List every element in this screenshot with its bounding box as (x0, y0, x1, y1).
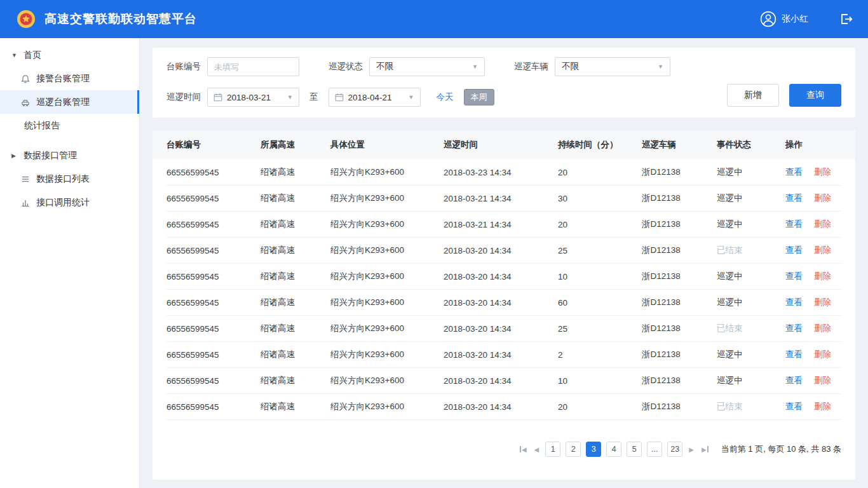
cell-account: 66556599545 (166, 376, 261, 386)
view-link[interactable]: 查看 (785, 245, 803, 256)
cell-location: 绍兴方向K293+600 (330, 349, 444, 360)
cell-time: 2018-03-20 14:34 (444, 272, 558, 281)
cell-account: 66556599545 (166, 402, 261, 412)
patrol-status-select[interactable]: 不限 ▼ (369, 57, 485, 76)
cell-duration: 30 (558, 194, 642, 203)
first-page-button[interactable]: ◀ (519, 446, 528, 453)
patrol-time-label: 巡逻时间 (166, 92, 201, 103)
delete-link[interactable]: 删除 (814, 401, 831, 412)
page-button-23[interactable]: 23 (667, 442, 682, 457)
cell-time: 2018-03-21 14:34 (444, 220, 558, 229)
cell-account: 66556599545 (166, 298, 261, 308)
chevron-down-icon: ▼ (287, 94, 293, 100)
sidebar-item-label: 统计报告 (24, 120, 60, 132)
view-link[interactable]: 查看 (785, 271, 803, 282)
cell-duration: 25 (558, 324, 642, 334)
quick-filter-today[interactable]: 今天 (437, 92, 454, 103)
page-button-4[interactable]: 4 (606, 442, 621, 457)
quick-filter-this-week[interactable]: 本周 (464, 89, 494, 105)
view-link[interactable]: 查看 (785, 323, 803, 334)
search-button[interactable]: 查询 (789, 84, 841, 107)
cell-vehicle: 浙D12138 (642, 297, 717, 308)
cell-location: 绍兴方向K293+600 (330, 375, 444, 386)
cell-vehicle: 浙D12138 (642, 323, 717, 334)
delete-link[interactable]: 删除 (814, 193, 831, 204)
view-link[interactable]: 查看 (785, 401, 803, 412)
page-button-2[interactable]: 2 (566, 442, 581, 457)
column-header-time: 巡逻时间 (444, 139, 558, 151)
delete-link[interactable]: 删除 (814, 297, 831, 308)
cell-time: 2018-03-20 14:34 (444, 246, 558, 255)
pagination-bar: ◀ ◀ 12345...23 ▶ ▶ 当前第 1 页, 每页 10 条, 共 8… (166, 442, 841, 457)
date-from-picker[interactable]: 2018-03-21 ▼ (207, 88, 299, 107)
cell-status: 巡逻中 (717, 297, 785, 308)
view-link[interactable]: 查看 (785, 297, 803, 308)
view-link[interactable]: 查看 (785, 193, 803, 204)
page-button-5[interactable]: 5 (627, 442, 642, 457)
account-no-input[interactable] (207, 57, 299, 76)
table-row: 66556599545 绍诸高速 绍兴方向K293+600 2018-03-20… (166, 238, 841, 264)
table-row: 66556599545 绍诸高速 绍兴方向K293+600 2018-03-20… (166, 290, 841, 316)
pagination-pages: 12345...23 (545, 442, 682, 457)
delete-link[interactable]: 删除 (814, 375, 831, 386)
view-link[interactable]: 查看 (785, 166, 803, 178)
view-link[interactable]: 查看 (785, 375, 803, 386)
last-page-button[interactable]: ▶ (700, 446, 710, 453)
sidebar-item-api-call-stats[interactable]: 接口调用统计 (0, 191, 139, 214)
cell-highway: 绍诸高速 (261, 166, 330, 178)
cell-highway: 绍诸高速 (261, 271, 330, 282)
cell-status: 巡逻中 (717, 375, 785, 386)
column-header-highway: 所属高速 (261, 139, 330, 151)
delete-link[interactable]: 删除 (814, 349, 831, 360)
user-menu[interactable]: 张小红 (760, 11, 808, 27)
cell-time: 2018-03-23 14:34 (444, 168, 558, 177)
page-button-3[interactable]: 3 (586, 442, 601, 457)
sidebar-nav: ▼ 首页 接警台账管理 巡逻台账管理 统计报告 ▶ 数据接口管理 (0, 38, 140, 488)
patrol-status-value: 不限 (376, 61, 393, 72)
prev-page-button[interactable]: ◀ (533, 446, 541, 453)
sidebar-item-label: 首页 (24, 50, 41, 61)
cell-time: 2018-03-20 14:34 (444, 376, 558, 386)
page-button-1[interactable]: 1 (545, 442, 560, 457)
cell-status: 巡逻中 (717, 219, 785, 230)
sidebar-item-data-interface-mgmt[interactable]: ▶ 数据接口管理 (0, 144, 139, 167)
sidebar-item-patrol-ledger[interactable]: 巡逻台账管理 (0, 90, 139, 114)
app-title: 高速交警联勤联动智慧平台 (44, 11, 197, 27)
chevron-down-icon: ▼ (409, 94, 414, 100)
view-link[interactable]: 查看 (785, 219, 803, 230)
cell-vehicle: 浙D12138 (642, 166, 717, 178)
cell-vehicle: 浙D12138 (642, 193, 717, 204)
chevron-down-icon: ▼ (11, 52, 18, 58)
cell-duration: 25 (558, 246, 642, 255)
cell-vehicle: 浙D12138 (642, 375, 717, 386)
cell-highway: 绍诸高速 (261, 245, 330, 256)
cell-time: 2018-03-21 14:34 (444, 194, 558, 203)
sidebar-item-data-interface-list[interactable]: 数据接口列表 (0, 167, 139, 191)
sidebar-item-home[interactable]: ▼ 首页 (0, 43, 139, 67)
delete-link[interactable]: 删除 (814, 219, 831, 230)
next-page-button[interactable]: ▶ (688, 446, 695, 453)
delete-link[interactable]: 删除 (814, 166, 831, 178)
cell-status: 已结束 (717, 245, 785, 256)
sidebar-item-alarm-ledger[interactable]: 接警台账管理 (0, 67, 139, 90)
cell-location: 绍兴方向K293+600 (330, 401, 444, 412)
add-button[interactable]: 新增 (727, 84, 779, 107)
view-link[interactable]: 查看 (785, 349, 803, 360)
cell-duration: 60 (558, 298, 642, 308)
logout-icon (839, 12, 853, 26)
patrol-ledger-table: 台账编号 所属高速 具体位置 巡逻时间 持续时间（分） 巡逻车辆 事件状态 操作… (153, 130, 855, 480)
cell-time: 2018-03-20 14:34 (444, 298, 558, 308)
cell-location: 绍兴方向K293+600 (330, 245, 444, 256)
cell-vehicle: 浙D12138 (642, 245, 717, 256)
cell-location: 绍兴方向K293+600 (330, 166, 444, 178)
delete-link[interactable]: 删除 (814, 323, 831, 334)
logout-button[interactable] (839, 12, 853, 26)
delete-link[interactable]: 删除 (814, 245, 831, 256)
sidebar-item-label: 数据接口管理 (24, 150, 77, 161)
cell-status: 巡逻中 (717, 271, 785, 282)
delete-link[interactable]: 删除 (814, 271, 831, 282)
sidebar-item-statistics-report[interactable]: 统计报告 (0, 114, 139, 137)
table-row: 66556599545 绍诸高速 绍兴方向K293+600 2018-03-20… (166, 342, 841, 368)
patrol-vehicle-select[interactable]: 不限 ▼ (555, 57, 670, 76)
date-to-picker[interactable]: 2018-04-21 ▼ (329, 88, 421, 107)
